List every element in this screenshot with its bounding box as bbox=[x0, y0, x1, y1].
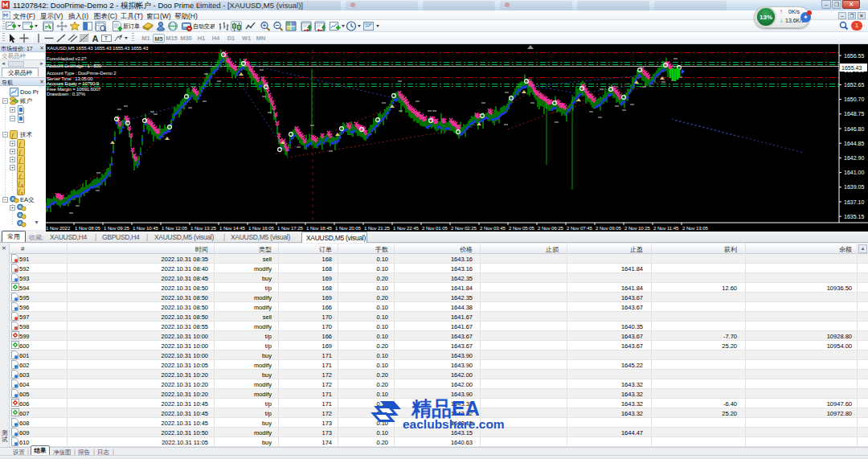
svg-text:1 Nov 14:45: 1 Nov 14:45 bbox=[219, 225, 245, 231]
svg-text:2 Nov 10:25: 2 Nov 10:25 bbox=[624, 225, 650, 231]
svg-text:2 Nov 06:25: 2 Nov 06:25 bbox=[538, 225, 563, 231]
svg-text:2 Nov 13:05: 2 Nov 13:05 bbox=[682, 225, 708, 231]
svg-text:1642.90: 1642.90 bbox=[844, 155, 864, 161]
svg-text:1 Nov 17:25: 1 Nov 17:25 bbox=[277, 225, 303, 231]
svg-text:1 Nov 20:05: 1 Nov 20:05 bbox=[335, 225, 361, 231]
svg-text:2 Nov 01:05: 2 Nov 01:05 bbox=[422, 225, 448, 231]
svg-text:1 Nov 09:25: 1 Nov 09:25 bbox=[104, 225, 129, 231]
svg-text:1655.43: 1655.43 bbox=[841, 65, 862, 71]
svg-text:1 Nov 2022: 1 Nov 2022 bbox=[46, 225, 71, 231]
svg-text:Account Type : DooPrime-Demo: Account Type : DooPrime-Demo 2 bbox=[47, 71, 117, 76]
svg-text:1 Nov 08:05: 1 Nov 08:05 bbox=[75, 225, 100, 231]
svg-text:Free Margin = 10691.6007: Free Margin = 10691.6007 bbox=[47, 87, 101, 92]
svg-text:2 Nov 05:05: 2 Nov 05:05 bbox=[509, 225, 534, 231]
svg-text:2 Nov 02:25: 2 Nov 02:25 bbox=[451, 225, 477, 231]
svg-text:2 Nov 03:45: 2 Nov 03:45 bbox=[480, 225, 506, 231]
svg-text:1639.05: 1639.05 bbox=[844, 184, 864, 190]
svg-text:XAUUSD,M5 1655.43 1655.43 165: XAUUSD,M5 1655.43 1655.43 1655.43 1655.4… bbox=[47, 45, 149, 51]
svg-text:1635.15: 1635.15 bbox=[844, 214, 864, 219]
svg-text:1 Nov 12:05: 1 Nov 12:05 bbox=[162, 225, 187, 231]
svg-text:2 Nov 11:45: 2 Nov 11:45 bbox=[653, 225, 679, 231]
svg-text:1 Nov 22:45: 1 Nov 22:45 bbox=[393, 225, 419, 231]
svg-text:1648.75: 1648.75 bbox=[844, 111, 864, 117]
svg-text:1644.85: 1644.85 bbox=[844, 141, 864, 146]
svg-text:ForexHacked v2.2?: ForexHacked v2.2? bbox=[47, 56, 87, 61]
svg-text:1 Nov 13:25: 1 Nov 13:25 bbox=[190, 225, 216, 231]
svg-text:1641.00: 1641.00 bbox=[844, 170, 864, 175]
svg-text:1 Nov 16:05: 1 Nov 16:05 bbox=[248, 225, 274, 231]
svg-text:2 Nov 07:45: 2 Nov 07:45 bbox=[567, 225, 592, 231]
svg-text:x: x bbox=[21, 191, 23, 195]
svg-text:1650.70: 1650.70 bbox=[844, 96, 864, 102]
svg-text:A: A bbox=[92, 34, 99, 43]
svg-text:1646.80: 1646.80 bbox=[844, 126, 864, 132]
svg-text:1656.55: 1656.55 bbox=[844, 53, 864, 59]
svg-text:2 Nov 09:05: 2 Nov 09:05 bbox=[596, 225, 621, 231]
svg-text:1 Nov 21:25: 1 Nov 21:25 bbox=[364, 225, 390, 231]
svg-text:Account Leverage : 1 : 500: Account Leverage : 1 : 500 bbox=[47, 64, 102, 68]
svg-text:T: T bbox=[104, 35, 108, 42]
svg-text:1637.10: 1637.10 bbox=[844, 199, 864, 205]
svg-text:1 Nov 10:45: 1 Nov 10:45 bbox=[133, 225, 158, 231]
svg-text:1652.65: 1652.65 bbox=[844, 82, 864, 88]
svg-text:Drawdown : 0.37%: Drawdown : 0.37% bbox=[47, 92, 86, 96]
svg-text:1 Nov 18:45: 1 Nov 18:45 bbox=[306, 225, 332, 231]
svg-text:Account Equity = 10790.9: Account Equity = 10790.9 bbox=[47, 81, 100, 86]
